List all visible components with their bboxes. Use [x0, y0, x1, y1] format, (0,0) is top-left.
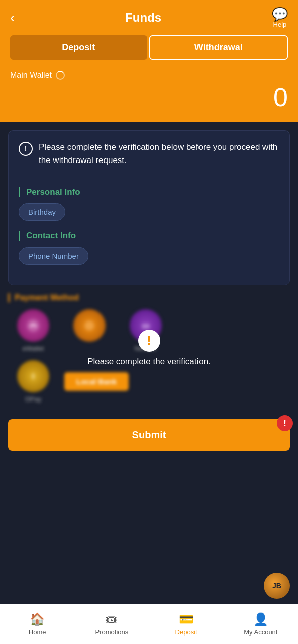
home-icon: 🏠 — [30, 612, 45, 626]
personal-info-title: Personal Info — [19, 187, 279, 197]
personal-info-section: Personal Info Birthday — [19, 187, 279, 221]
nav-my-account[interactable]: 👤 My Account — [224, 604, 298, 644]
deposit-tab[interactable]: Deposit — [10, 35, 147, 60]
verification-card: ! Please complete the verification below… — [8, 130, 290, 285]
tab-row: Deposit Withdrawal — [0, 35, 298, 66]
home-label: Home — [29, 628, 46, 636]
verification-notice: ! Please complete the verification below… — [19, 141, 279, 177]
bottom-nav: 🏠 Home 🎟 Promotions 💳 Deposit 👤 My Accou… — [0, 604, 298, 644]
nav-promotions[interactable]: 🎟 Promotions — [74, 604, 149, 644]
notice-text: Please complete the verification below b… — [39, 141, 279, 167]
nav-deposit[interactable]: 💳 Deposit — [149, 604, 224, 644]
wallet-amount: 0 — [10, 82, 288, 112]
my-account-icon: 👤 — [253, 612, 268, 626]
promotions-icon: 🎟 — [106, 612, 118, 626]
submit-section: Submit ! — [0, 411, 298, 459]
deposit-label: Deposit — [175, 628, 197, 636]
floating-avatar[interactable]: JB — [264, 573, 290, 599]
header: ‹ Funds 💬 Help — [0, 0, 298, 35]
payment-section: Payment Method eWallet Neteller — [8, 293, 290, 403]
wallet-label-text: Main Wallet — [10, 71, 52, 80]
verification-overlay: ! Please complete the verification. — [8, 293, 290, 403]
back-button[interactable]: ‹ — [10, 10, 15, 26]
help-icon: 💬 — [272, 8, 288, 21]
overlay-message: Please complete the verification. — [87, 357, 211, 367]
help-label: Help — [273, 21, 287, 28]
promotions-label: Promotions — [95, 628, 129, 636]
birthday-button[interactable]: Birthday — [19, 203, 65, 221]
phone-number-button[interactable]: Phone Number — [19, 247, 88, 265]
wallet-spinner-icon — [56, 71, 65, 80]
my-account-label: My Account — [244, 628, 277, 636]
wallet-section: Main Wallet 0 — [0, 66, 298, 122]
deposit-icon: 💳 — [179, 612, 194, 626]
nav-home[interactable]: 🏠 Home — [0, 604, 74, 644]
wallet-label: Main Wallet — [10, 71, 288, 80]
help-button[interactable]: 💬 Help — [272, 8, 288, 28]
submit-button[interactable]: Submit — [8, 419, 290, 451]
contact-info-title: Contact Info — [19, 231, 279, 241]
error-badge: ! — [277, 415, 293, 431]
notice-icon: ! — [19, 142, 33, 156]
overlay-warning-icon: ! — [138, 330, 160, 352]
page-title: Funds — [125, 11, 161, 25]
contact-info-section: Contact Info Phone Number — [19, 231, 279, 265]
withdrawal-tab[interactable]: Withdrawal — [149, 35, 288, 60]
